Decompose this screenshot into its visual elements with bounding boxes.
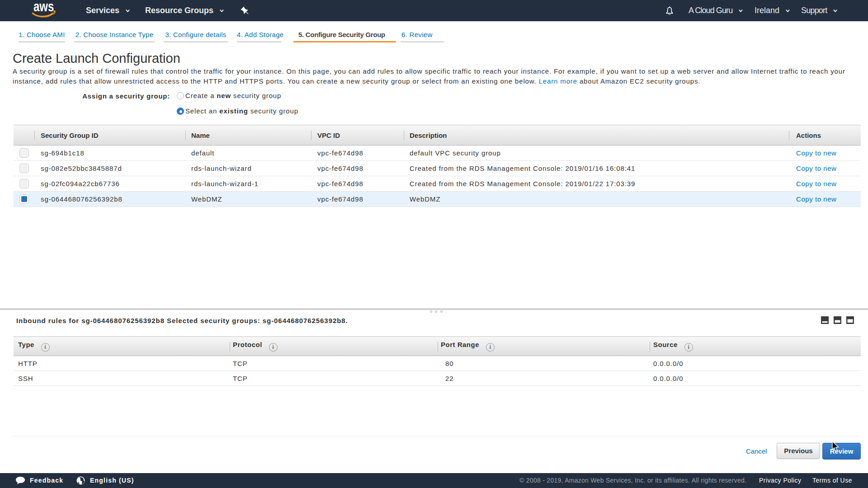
- svg-text:aws: aws: [33, 1, 54, 14]
